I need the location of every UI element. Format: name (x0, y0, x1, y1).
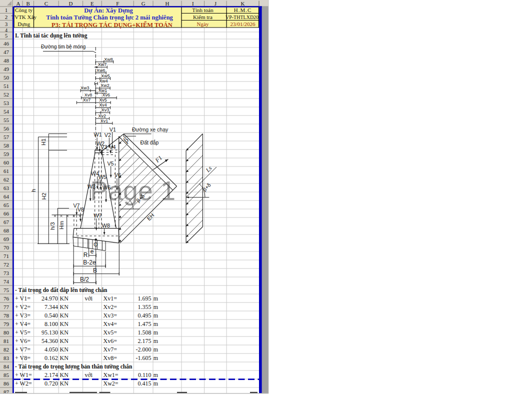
svg-text:Xv4=: Xv4= (104, 320, 118, 328)
svg-text:74: 74 (4, 278, 10, 284)
svg-text:B/2: B/2 (80, 276, 89, 283)
svg-text:95.130: 95.130 (42, 329, 58, 336)
svg-text:Xv7=: Xv7= (104, 346, 118, 353)
svg-text:66: 66 (4, 210, 10, 216)
svg-text:Dựng: Dựng (18, 21, 30, 27)
svg-text:Xw5: Xw5 (101, 74, 110, 78)
svg-text:68: 68 (4, 228, 10, 234)
svg-text:51: 51 (4, 83, 9, 89)
svg-text:H2: H2 (41, 192, 47, 200)
svg-text:+ W2=: + W2= (15, 380, 32, 387)
svg-text:Xv6=: Xv6= (104, 338, 118, 344)
svg-text:H1: H1 (40, 138, 46, 146)
svg-text:Kiểm tra: Kiểm tra (193, 14, 212, 20)
svg-text:+ V1=: + V1= (15, 295, 30, 302)
svg-text:79: 79 (4, 321, 10, 327)
svg-text:61: 61 (4, 168, 9, 174)
svg-text:m: m (154, 338, 158, 344)
svg-text:Xv4: Xv4 (99, 102, 107, 108)
svg-text:e: e (90, 248, 94, 255)
svg-text:B: B (93, 267, 97, 274)
svg-text:7.344: 7.344 (44, 304, 58, 310)
svg-text:2.175: 2.175 (138, 338, 152, 344)
svg-text:Công ty: Công ty (15, 7, 33, 13)
svg-text:54: 54 (4, 108, 10, 114)
svg-text:49: 49 (4, 66, 10, 72)
svg-text:5: 5 (5, 32, 8, 38)
svg-text:Xw8: Xw8 (104, 57, 113, 62)
svg-text:82: 82 (4, 346, 9, 352)
svg-text:83: 83 (4, 355, 10, 361)
svg-text:KN: KN (60, 295, 69, 302)
svg-text:50: 50 (4, 74, 10, 80)
svg-text:Xv1=: Xv1= (104, 295, 118, 302)
svg-text:24.970: 24.970 (42, 295, 58, 302)
svg-text:+ V8=: + V8= (15, 354, 30, 362)
svg-text:với: với (85, 295, 93, 302)
svg-text:Xv2=: Xv2= (104, 304, 118, 310)
svg-text:Xw2: Xw2 (100, 83, 110, 88)
svg-text:59: 59 (4, 151, 10, 157)
svg-text:48: 48 (4, 58, 10, 64)
svg-text:m: m (154, 320, 158, 328)
svg-text:65: 65 (4, 202, 10, 208)
svg-text:53: 53 (4, 100, 10, 106)
svg-text:Hm: Hm (58, 221, 64, 230)
svg-text:W7: W7 (94, 212, 102, 218)
svg-text:80: 80 (4, 330, 10, 336)
svg-text:1: 1 (5, 7, 8, 13)
svg-text:23/01/2026: 23/01/2026 (230, 21, 256, 27)
svg-text:Xw2=: Xw2= (104, 380, 118, 387)
svg-text:R: R (84, 252, 88, 258)
svg-text:72: 72 (4, 262, 9, 268)
svg-text:Xv2: Xv2 (98, 114, 106, 118)
svg-text:m: m (154, 304, 158, 310)
svg-text:0.110: 0.110 (138, 372, 152, 378)
svg-text:0.162: 0.162 (44, 354, 58, 362)
svg-text:C: C (44, 0, 48, 6)
svg-text:Xw1=: Xw1= (104, 372, 118, 378)
svg-text:KN: KN (60, 354, 69, 362)
svg-text:4.050: 4.050 (44, 346, 58, 353)
svg-text:57: 57 (4, 134, 10, 140)
svg-text:m: m (154, 380, 158, 387)
svg-text:Xw3: Xw3 (80, 86, 90, 90)
svg-text:78: 78 (4, 312, 10, 318)
svg-text:2.174: 2.174 (44, 372, 58, 378)
svg-text:+ V6=: + V6= (15, 338, 30, 344)
svg-text:Xv7: Xv7 (83, 98, 91, 102)
svg-text:V5: V5 (107, 160, 114, 166)
svg-text:m: m (154, 312, 158, 319)
svg-text:A: A (16, 0, 20, 6)
svg-text:+ V2=: + V2= (15, 304, 30, 310)
svg-text:V6: V6 (114, 172, 121, 178)
svg-text:+ V4=: + V4= (15, 320, 30, 328)
svg-text:1.475: 1.475 (138, 320, 152, 328)
svg-text:52: 52 (4, 92, 9, 98)
svg-text:0.720: 0.720 (44, 380, 58, 387)
svg-text:m: m (154, 346, 158, 353)
svg-text:Đường xe chạy: Đường xe chạy (132, 126, 168, 132)
svg-text:h/3: h/3 (50, 222, 56, 230)
svg-text:P3: TẢI TRỌNG TÁC DỤNG+KIỂM TO: P3: TẢI TRỌNG TÁC DỤNG+KIỂM TOÁN (52, 21, 172, 28)
svg-text:m: m (154, 354, 158, 362)
svg-text:KN: KN (60, 320, 69, 328)
svg-text:- Tải trọng do trọng lượng bản: - Tải trọng do trọng lượng bản thân tườn… (15, 364, 132, 370)
svg-text:W1: W1 (94, 132, 102, 138)
svg-text:D: D (68, 0, 72, 6)
svg-text:84: 84 (4, 364, 10, 370)
svg-text:Xv8: Xv8 (84, 92, 92, 98)
svg-text:81: 81 (4, 338, 9, 344)
svg-text:Xv3: Xv3 (102, 108, 110, 112)
svg-text:63: 63 (4, 185, 10, 191)
svg-text:V3: V3 (100, 144, 107, 150)
svg-text:58: 58 (4, 142, 10, 148)
svg-text:56: 56 (4, 126, 10, 132)
svg-text:V2: V2 (104, 132, 111, 138)
svg-text:Xv6: Xv6 (102, 92, 110, 98)
svg-text:86: 86 (4, 380, 10, 386)
svg-text:KN: KN (60, 312, 69, 319)
svg-text:Xw6: Xw6 (96, 68, 106, 73)
svg-text:-1.605: -1.605 (136, 354, 152, 362)
svg-text:46: 46 (4, 40, 10, 46)
